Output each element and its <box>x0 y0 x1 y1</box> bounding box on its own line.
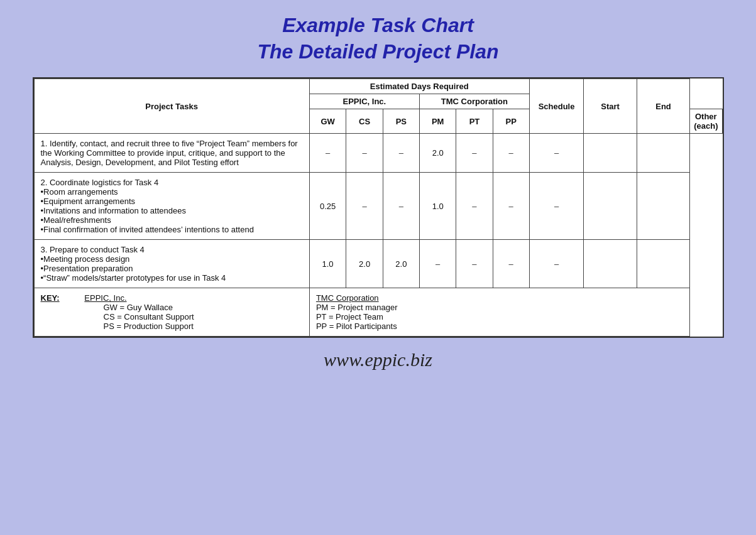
row1-end <box>637 134 689 173</box>
project-tasks-header: Project Tasks <box>34 79 309 134</box>
ps-header: PS <box>383 109 419 134</box>
eppic-ps-key: PS = Production Support <box>104 322 194 331</box>
tmc-pt-key: PT = Project Team <box>316 312 383 322</box>
end-header: End <box>637 79 689 134</box>
footer-url: www.eppic.biz <box>324 349 432 370</box>
row2-other: – <box>529 173 583 240</box>
row2-pm: 1.0 <box>420 173 456 240</box>
row1-pp: – <box>493 134 529 173</box>
task-1-cell: 1. Identify, contact, and recruit three … <box>34 134 309 173</box>
page-title: Example Task Chart The Detailed Project … <box>257 13 498 65</box>
pm-header: PM <box>420 109 456 134</box>
main-table-wrapper: Project Tasks Estimated Days Required Sc… <box>33 77 724 338</box>
row2-cs: – <box>346 173 383 240</box>
task-2-cell: 2. Coordinate logistics for Task 4 •Room… <box>34 173 309 240</box>
row2-start <box>584 173 637 240</box>
key-label: KEY: <box>41 293 60 303</box>
schedule-header: Schedule <box>529 79 583 134</box>
row2-end <box>637 173 689 240</box>
eppic-cs-key: CS = Consultant Support <box>104 312 194 322</box>
start-header: Start <box>584 79 637 134</box>
key-tmc-section: TMC Corporation PM = Project manager PT … <box>309 288 689 336</box>
task-3-cell: 3. Prepare to conduct Task 4 •Meeting pr… <box>34 240 309 288</box>
table-row: 2. Coordinate logistics for Task 4 •Room… <box>34 173 722 240</box>
key-row: KEY: EPPIC, Inc. GW = Guy Wallace CS = C… <box>34 288 722 337</box>
table-row: 1. Identify, contact, and recruit three … <box>34 134 722 173</box>
row3-cs: 2.0 <box>346 240 383 288</box>
estimated-days-header: Estimated Days Required <box>309 79 529 94</box>
row2-pp: – <box>493 173 529 240</box>
table-row: 3. Prepare to conduct Task 4 •Meeting pr… <box>34 240 722 288</box>
row2-ps: – <box>383 173 419 240</box>
eppic-header: EPPIC, Inc. <box>309 94 419 109</box>
row1-cs: – <box>346 134 383 173</box>
tmc-key-label: TMC Corporation <box>316 293 379 303</box>
row1-ps: – <box>383 134 419 173</box>
row3-pp: – <box>493 240 529 288</box>
tmc-header: TMC Corporation <box>420 94 530 109</box>
row3-ps: 2.0 <box>383 240 419 288</box>
tmc-pm-key: PM = Project manager <box>316 303 398 312</box>
row1-other: – <box>529 134 583 173</box>
row3-other: – <box>529 240 583 288</box>
eppic-gw-key: GW = Guy Wallace <box>104 303 173 312</box>
task-chart-table: Project Tasks Estimated Days Required Sc… <box>34 78 723 337</box>
row3-pm: – <box>420 240 456 288</box>
row1-pt: – <box>456 134 493 173</box>
row3-gw: 1.0 <box>309 240 346 288</box>
gw-header: GW <box>309 109 346 134</box>
cs-header: CS <box>346 109 383 134</box>
key-eppic-section: KEY: EPPIC, Inc. GW = Guy Wallace CS = C… <box>35 288 310 336</box>
row2-pt: – <box>456 173 493 240</box>
pt-header: PT <box>456 109 493 134</box>
eppic-key-label: EPPIC, Inc. <box>84 293 126 303</box>
tmc-pp-key: PP = Pilot Participants <box>316 322 397 331</box>
row2-gw: 0.25 <box>309 173 346 240</box>
row1-start <box>584 134 637 173</box>
pp-header: PP <box>493 109 529 134</box>
row1-pm: 2.0 <box>420 134 456 173</box>
row3-pt: – <box>456 240 493 288</box>
other-header: Other (each) <box>690 109 722 134</box>
row1-gw: – <box>309 134 346 173</box>
row3-start <box>584 240 637 288</box>
row3-end <box>637 240 689 288</box>
